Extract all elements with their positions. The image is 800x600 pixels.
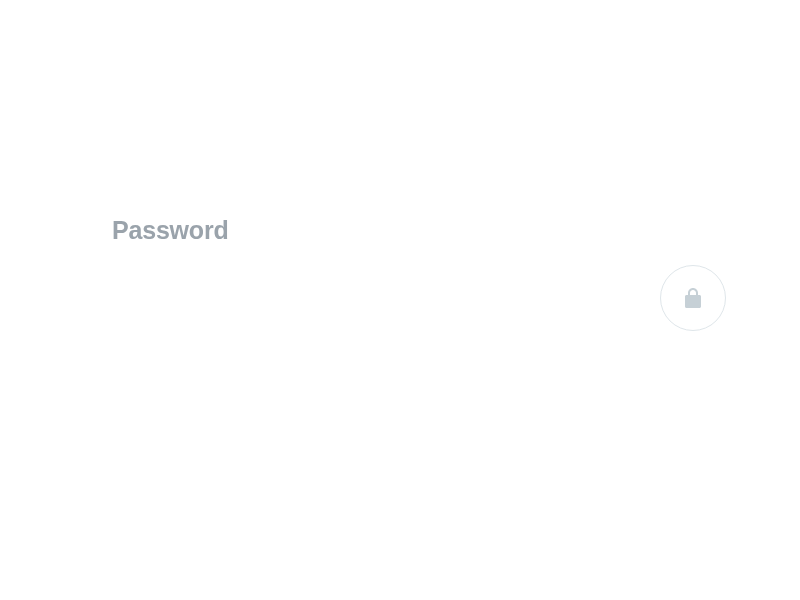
password-input[interactable]: [112, 289, 632, 339]
lock-icon: [684, 287, 702, 309]
password-field-group: Password: [112, 216, 726, 347]
password-input-row: [112, 281, 726, 347]
password-label: Password: [112, 216, 726, 245]
submit-password-button[interactable]: [660, 265, 726, 331]
